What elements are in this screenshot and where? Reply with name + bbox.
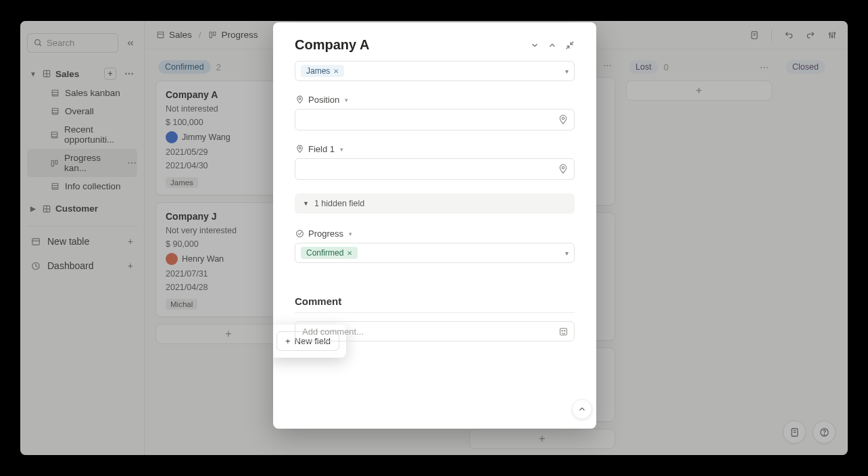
scroll-to-top-button[interactable] — [572, 399, 592, 419]
field-label-progress[interactable]: Progress ▾ — [295, 229, 575, 239]
svg-point-51 — [562, 330, 562, 331]
svg-line-44 — [571, 41, 573, 44]
comment-input[interactable]: Add comment... — [295, 321, 575, 341]
divider — [295, 312, 575, 313]
plus-icon: + — [285, 336, 291, 346]
select-icon — [295, 229, 304, 239]
field1-input[interactable] — [295, 158, 575, 180]
location-icon — [295, 95, 304, 105]
record-modal: Company A James ✕ ▾ Position ▾ Field 1 ▾ — [273, 22, 596, 429]
chevron-down-icon: ▾ — [349, 231, 352, 237]
assignee-chip[interactable]: James ✕ — [301, 65, 344, 77]
emoji-icon[interactable] — [558, 327, 569, 337]
field-label-field1[interactable]: Field 1 ▾ — [295, 144, 575, 154]
location-icon — [295, 145, 304, 154]
minimize-icon[interactable] — [565, 41, 575, 50]
chip-remove-icon[interactable]: ✕ — [333, 68, 339, 75]
field-label-text: Progress — [308, 229, 343, 239]
comment-heading: Comment — [295, 295, 575, 307]
chevron-down-icon: ▾ — [565, 249, 569, 257]
map-pin-icon[interactable] — [558, 114, 569, 125]
modal-title: Company A — [295, 37, 369, 53]
caret-down-icon: ▼ — [303, 200, 309, 207]
svg-line-43 — [566, 46, 569, 49]
field-label-text: Field 1 — [308, 144, 335, 154]
hidden-fields-toggle[interactable]: ▼ 1 hidden field — [295, 193, 575, 214]
map-pin-icon[interactable] — [558, 164, 569, 174]
svg-point-52 — [564, 330, 565, 331]
position-input[interactable] — [295, 109, 575, 130]
svg-point-49 — [296, 231, 303, 237]
progress-select[interactable]: Confirmed ✕ ▾ — [295, 243, 575, 263]
chevron-up-icon[interactable] — [548, 41, 557, 50]
assignee-select[interactable]: James ✕ ▾ — [295, 61, 575, 81]
svg-point-45 — [299, 98, 301, 100]
chip-label: Confirmed — [306, 248, 343, 258]
svg-point-47 — [299, 147, 301, 149]
svg-point-46 — [562, 117, 564, 119]
progress-chip[interactable]: Confirmed ✕ — [301, 247, 358, 259]
field-label-position[interactable]: Position ▾ — [295, 95, 575, 105]
chevron-down-icon: ▾ — [565, 68, 569, 75]
chevron-down-icon[interactable] — [530, 41, 539, 50]
chip-label: James — [306, 66, 330, 76]
comment-placeholder: Add comment... — [302, 327, 364, 337]
chevron-down-icon: ▾ — [340, 146, 343, 153]
svg-point-48 — [562, 166, 564, 168]
field-label-text: Position — [308, 95, 339, 105]
chip-remove-icon[interactable]: ✕ — [347, 249, 352, 257]
chevron-down-icon: ▾ — [345, 97, 348, 103]
hidden-fields-text: 1 hidden field — [314, 199, 364, 208]
modal-body: James ✕ ▾ Position ▾ Field 1 ▾ ▼ 1 hidde… — [273, 53, 596, 429]
